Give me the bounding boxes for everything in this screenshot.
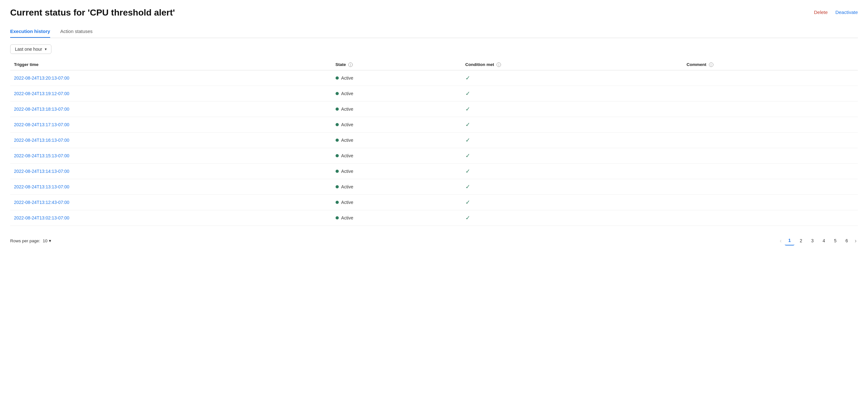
pagination: ‹ 1 2 3 4 5 6 › xyxy=(778,236,858,245)
table-row: 2022-08-24T13:18:13-07:00Active✓ xyxy=(10,101,858,117)
comment-cell xyxy=(683,210,858,226)
state-label: Active xyxy=(341,184,353,189)
time-filter-dropdown[interactable]: Last one hour ▾ xyxy=(10,44,52,54)
condition-met-info-icon[interactable]: i xyxy=(497,63,501,67)
trigger-time-cell: 2022-08-24T13:12:43-07:00 xyxy=(10,195,332,210)
state-label: Active xyxy=(341,138,353,143)
active-dot-icon xyxy=(336,107,339,111)
table-row: 2022-08-24T13:19:12-07:00Active✓ xyxy=(10,86,858,101)
trigger-time-link[interactable]: 2022-08-24T13:12:43-07:00 xyxy=(14,200,69,205)
pagination-page-4[interactable]: 4 xyxy=(819,236,829,245)
comment-cell xyxy=(683,70,858,86)
state-cell: Active xyxy=(332,70,462,86)
trigger-time-link[interactable]: 2022-08-24T13:19:12-07:00 xyxy=(14,91,69,96)
state-cell: Active xyxy=(332,164,462,179)
table-row: 2022-08-24T13:16:13-07:00Active✓ xyxy=(10,133,858,148)
trigger-time-cell: 2022-08-24T13:20:13-07:00 xyxy=(10,70,332,86)
tab-action-statuses[interactable]: Action statuses xyxy=(60,25,93,38)
active-dot-icon xyxy=(336,216,339,219)
comment-cell xyxy=(683,179,858,195)
rows-per-page-label: Rows per page: xyxy=(10,238,40,243)
checkmark-icon: ✓ xyxy=(465,91,470,97)
comment-cell xyxy=(683,86,858,101)
delete-button[interactable]: Delete xyxy=(814,9,828,15)
pagination-next[interactable]: › xyxy=(854,238,858,244)
table-row: 2022-08-24T13:14:13-07:00Active✓ xyxy=(10,164,858,179)
trigger-time-cell: 2022-08-24T13:19:12-07:00 xyxy=(10,86,332,101)
table-row: 2022-08-24T13:02:13-07:00Active✓ xyxy=(10,210,858,226)
checkmark-icon: ✓ xyxy=(465,152,470,159)
col-state: State i xyxy=(332,59,462,70)
trigger-time-link[interactable]: 2022-08-24T13:02:13-07:00 xyxy=(14,215,69,220)
pagination-page-3[interactable]: 3 xyxy=(808,236,817,245)
page-wrapper: Current status for 'CPU threshold alert'… xyxy=(0,0,868,253)
pagination-page-1[interactable]: 1 xyxy=(785,236,794,245)
pagination-page-6[interactable]: 6 xyxy=(842,236,851,245)
condition-met-cell: ✓ xyxy=(462,148,683,164)
trigger-time-cell: 2022-08-24T13:15:13-07:00 xyxy=(10,148,332,164)
state-label: Active xyxy=(341,200,353,205)
trigger-time-cell: 2022-08-24T13:16:13-07:00 xyxy=(10,133,332,148)
page-title: Current status for 'CPU threshold alert' xyxy=(10,8,175,18)
state-cell: Active xyxy=(332,86,462,101)
trigger-time-link[interactable]: 2022-08-24T13:20:13-07:00 xyxy=(14,75,69,80)
trigger-time-link[interactable]: 2022-08-24T13:16:13-07:00 xyxy=(14,138,69,143)
col-trigger-time: Trigger time xyxy=(10,59,332,70)
trigger-time-link[interactable]: 2022-08-24T13:15:13-07:00 xyxy=(14,153,69,158)
rows-per-page-value: 10 xyxy=(43,238,48,243)
comment-cell xyxy=(683,148,858,164)
footer-row: Rows per page: 10 ▾ ‹ 1 2 3 4 5 6 › xyxy=(10,232,858,245)
state-cell: Active xyxy=(332,195,462,210)
checkmark-icon: ✓ xyxy=(465,75,470,81)
condition-met-cell: ✓ xyxy=(462,70,683,86)
tabs-row: Execution history Action statuses xyxy=(10,25,858,38)
condition-met-cell: ✓ xyxy=(462,117,683,133)
active-dot-icon xyxy=(336,76,339,79)
active-dot-icon xyxy=(336,123,339,126)
comment-cell xyxy=(683,133,858,148)
state-label: Active xyxy=(341,169,353,174)
active-dot-icon xyxy=(336,201,339,204)
pagination-page-5[interactable]: 5 xyxy=(831,236,840,245)
deactivate-button[interactable]: Deactivate xyxy=(835,9,858,15)
rows-per-page-dropdown[interactable]: 10 ▾ xyxy=(43,238,51,243)
trigger-time-cell: 2022-08-24T13:17:13-07:00 xyxy=(10,117,332,133)
active-dot-icon xyxy=(336,170,339,173)
trigger-time-cell: 2022-08-24T13:14:13-07:00 xyxy=(10,164,332,179)
checkmark-icon: ✓ xyxy=(465,183,470,190)
table-row: 2022-08-24T13:13:13-07:00Active✓ xyxy=(10,179,858,195)
rows-per-page-control: Rows per page: 10 ▾ xyxy=(10,238,51,243)
table-header: Trigger time State i Condition met i Com… xyxy=(10,59,858,70)
comment-cell xyxy=(683,117,858,133)
comment-cell xyxy=(683,164,858,179)
pagination-prev[interactable]: ‹ xyxy=(778,238,783,244)
state-label: Active xyxy=(341,107,353,112)
trigger-time-link[interactable]: 2022-08-24T13:13:13-07:00 xyxy=(14,184,69,189)
trigger-time-link[interactable]: 2022-08-24T13:18:13-07:00 xyxy=(14,107,69,112)
comment-cell xyxy=(683,101,858,117)
state-label: Active xyxy=(341,122,353,127)
filter-row: Last one hour ▾ xyxy=(10,44,858,54)
tab-execution-history[interactable]: Execution history xyxy=(10,25,50,38)
comment-cell xyxy=(683,195,858,210)
condition-met-cell: ✓ xyxy=(462,179,683,195)
trigger-time-cell: 2022-08-24T13:13:13-07:00 xyxy=(10,179,332,195)
checkmark-icon: ✓ xyxy=(465,215,470,221)
comment-info-icon[interactable]: i xyxy=(709,63,713,67)
checkmark-icon: ✓ xyxy=(465,168,470,174)
active-dot-icon xyxy=(336,185,339,189)
state-cell: Active xyxy=(332,101,462,117)
active-dot-icon xyxy=(336,92,339,95)
trigger-time-link[interactable]: 2022-08-24T13:14:13-07:00 xyxy=(14,169,69,174)
condition-met-cell: ✓ xyxy=(462,164,683,179)
active-dot-icon xyxy=(336,154,339,157)
state-label: Active xyxy=(341,91,353,96)
state-info-icon[interactable]: i xyxy=(348,63,353,67)
pagination-page-2[interactable]: 2 xyxy=(796,236,806,245)
condition-met-cell: ✓ xyxy=(462,101,683,117)
header-actions: Delete Deactivate xyxy=(814,8,858,15)
table-row: 2022-08-24T13:15:13-07:00Active✓ xyxy=(10,148,858,164)
trigger-time-link[interactable]: 2022-08-24T13:17:13-07:00 xyxy=(14,122,69,127)
checkmark-icon: ✓ xyxy=(465,199,470,205)
header-row: Current status for 'CPU threshold alert'… xyxy=(10,8,858,18)
